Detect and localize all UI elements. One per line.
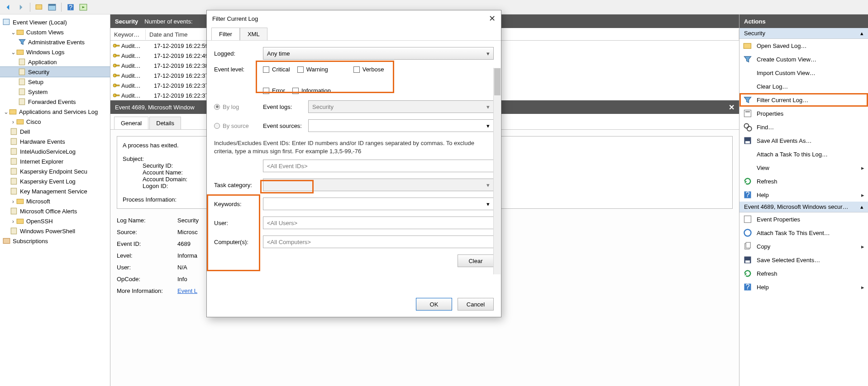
radio-by-source[interactable]: By source [214,122,263,129]
chevron-down-icon: ▾ [486,182,490,188]
event-sources-dropdown[interactable]: ▾ [308,119,494,132]
ok-button[interactable]: OK [416,298,452,311]
keywords-dropdown[interactable]: ▾ [263,198,494,210]
label-logged: Logged: [214,50,263,57]
user-input[interactable]: <All Users> [263,217,494,229]
dialog-body: Logged: Any time▾ Event level: Critical … [207,41,501,294]
dialog-buttons: OK Cancel [207,294,501,317]
dialog-overlay: Filter Current Log ✕ Filter XML Logged: … [0,0,868,386]
dialog-title: Filter Current Log [212,15,258,22]
tab-xml[interactable]: XML [240,28,267,40]
chk-information[interactable]: Information [292,87,331,94]
cancel-button[interactable]: Cancel [458,298,494,311]
chevron-down-icon: ▾ [486,104,490,110]
dialog-close-button[interactable]: ✕ [489,14,496,24]
clear-button[interactable]: Clear [458,254,494,267]
event-id-hint: Includes/Excludes Event IDs: Enter ID nu… [214,139,494,155]
label-keywords: Keywords: [214,201,263,207]
label-task-category: Task category: [214,182,263,188]
filter-current-log-dialog: Filter Current Log ✕ Filter XML Logged: … [206,10,501,317]
label-event-logs: Event logs: [263,104,308,110]
chevron-down-icon: ▾ [486,122,490,129]
label-event-level: Event level: [214,66,263,73]
dialog-titlebar[interactable]: Filter Current Log ✕ [207,10,501,27]
chevron-down-icon: ▾ [486,50,490,57]
chk-critical[interactable]: Critical [263,66,290,73]
radio-by-log[interactable]: By log [214,104,263,110]
label-user: User: [214,220,263,226]
label-event-sources: Event sources: [263,122,308,129]
chk-error[interactable]: Error [263,87,285,94]
computers-input[interactable]: <All Computers> [263,235,494,248]
task-category-dropdown[interactable]: ▾ [263,179,494,191]
event-logs-dropdown[interactable]: Security▾ [308,100,494,113]
dialog-tabs: Filter XML [207,27,501,41]
logged-dropdown[interactable]: Any time▾ [263,47,494,60]
dialog-scrollbar[interactable] [493,68,501,274]
chevron-down-icon: ▾ [486,201,490,207]
chk-verbose[interactable]: Verbose [353,66,384,73]
tab-filter[interactable]: Filter [211,28,240,40]
chk-warning[interactable]: Warning [297,66,328,73]
event-ids-input[interactable]: <All Event IDs> [263,160,494,172]
label-computers: Computer(s): [214,239,263,245]
